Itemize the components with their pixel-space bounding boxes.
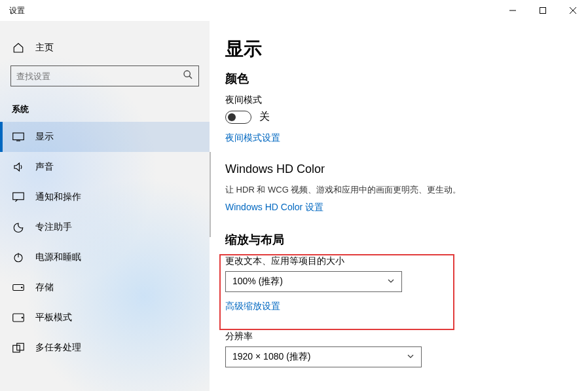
sidebar-item-notifications[interactable]: 通知和操作 [0, 182, 210, 212]
hdcolor-desc: 让 HDR 和 WCG 视频、游戏和应用中的画面更明亮、更生动。 [225, 184, 588, 196]
multitask-icon [12, 343, 25, 353]
focus-icon [12, 221, 25, 233]
content-scrollbar[interactable] [210, 152, 211, 237]
power-icon [12, 251, 25, 263]
home-link[interactable]: 主页 [0, 38, 210, 65]
sidebar-item-sound[interactable]: 声音 [0, 152, 210, 182]
svg-rect-2 [13, 133, 24, 140]
svg-rect-10 [17, 343, 24, 350]
svg-point-1 [184, 71, 190, 77]
svg-rect-9 [13, 345, 20, 352]
section-color-heading: 颜色 [225, 71, 588, 86]
sidebar-item-storage[interactable]: 存储 [0, 272, 210, 303]
sidebar-item-focus[interactable]: 专注助手 [0, 212, 210, 242]
sidebar-item-label: 多任务处理 [35, 342, 81, 354]
advanced-scale-link[interactable]: 高级缩放设置 [225, 301, 280, 312]
sidebar: 主页 系统 显示 声音 通知和操作 专注助手 电源和睡眠 [0, 21, 210, 391]
sidebar-item-label: 电源和睡眠 [35, 251, 81, 263]
sound-icon [12, 161, 25, 173]
sidebar-item-display[interactable]: 显示 [0, 122, 210, 152]
svg-point-8 [22, 317, 23, 318]
scale-dropdown-value: 100% (推荐) [232, 276, 283, 288]
notifications-icon [12, 192, 25, 202]
night-light-settings-link[interactable]: 夜间模式设置 [225, 132, 280, 144]
search-icon [183, 69, 193, 83]
scale-dropdown[interactable]: 100% (推荐) [225, 271, 402, 292]
page-title: 显示 [225, 37, 588, 62]
home-icon [12, 42, 25, 54]
section-hdcolor-heading: Windows HD Color [225, 162, 588, 176]
sidebar-item-multitask[interactable]: 多任务处理 [0, 333, 210, 363]
hdcolor-settings-link[interactable]: Windows HD Color 设置 [225, 202, 323, 214]
sidebar-section-label: 系统 [0, 98, 210, 122]
maximize-button[interactable] [528, 0, 558, 21]
resolution-dropdown-value: 1920 × 1080 (推荐) [232, 351, 310, 363]
chevron-down-icon [407, 352, 414, 362]
scale-label: 更改文本、应用等项目的大小 [225, 255, 588, 267]
svg-rect-3 [13, 193, 24, 200]
sidebar-item-label: 声音 [35, 161, 54, 173]
home-label: 主页 [35, 42, 54, 54]
section-scale-heading: 缩放与布局 [225, 232, 588, 248]
minimize-button[interactable] [498, 0, 528, 21]
resolution-label: 分辨率 [225, 331, 588, 343]
sidebar-item-label: 通知和操作 [35, 191, 81, 203]
storage-icon [12, 284, 25, 291]
window-title: 设置 [9, 5, 498, 16]
sidebar-item-label: 平板模式 [35, 312, 72, 324]
sidebar-item-power[interactable]: 电源和睡眠 [0, 242, 210, 272]
search-input[interactable] [10, 65, 199, 86]
sidebar-item-label: 显示 [35, 131, 54, 143]
night-light-toggle[interactable] [225, 111, 251, 124]
svg-point-6 [22, 287, 23, 288]
search-field[interactable] [16, 71, 183, 81]
content-area: 显示 颜色 夜间模式 关 夜间模式设置 Windows HD Color 让 H… [210, 21, 588, 391]
chevron-down-icon [387, 276, 395, 287]
svg-rect-0 [540, 8, 546, 14]
resolution-dropdown[interactable]: 1920 × 1080 (推荐) [225, 346, 422, 367]
close-button[interactable] [558, 0, 588, 21]
night-light-label: 夜间模式 [225, 94, 588, 106]
sidebar-item-label: 存储 [35, 282, 54, 293]
toggle-state-label: 关 [259, 110, 270, 124]
sidebar-item-tablet[interactable]: 平板模式 [0, 303, 210, 333]
tablet-icon [12, 313, 25, 322]
sidebar-item-label: 专注助手 [35, 221, 72, 233]
display-icon [12, 132, 25, 141]
